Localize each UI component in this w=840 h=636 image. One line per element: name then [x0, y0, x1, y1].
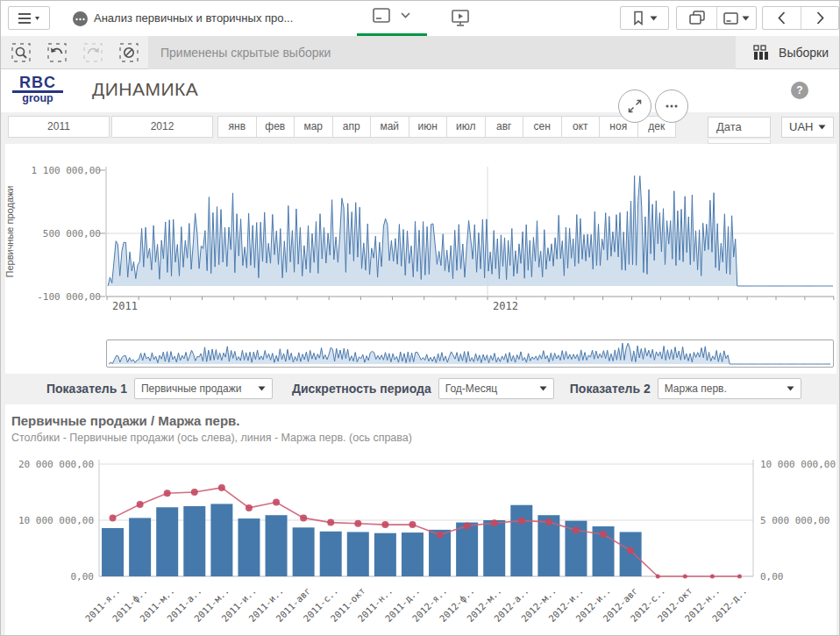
indicator1-label: Показатель 1 [46, 382, 127, 396]
selections-grid-icon [753, 45, 770, 61]
sheet-list-button[interactable] [716, 7, 756, 29]
logo-text-top: RBC [12, 75, 63, 93]
duplicate-sheet-button[interactable] [677, 7, 716, 29]
caret-down-icon [258, 386, 266, 391]
global-menu-button[interactable] [8, 6, 50, 30]
currency-dropdown[interactable]: UAH [781, 117, 834, 138]
svg-text:5 000 000,00: 5 000 000,00 [760, 515, 829, 526]
selections-tool-button[interactable]: Выборки [753, 36, 829, 69]
indicator1-dropdown[interactable]: Первичные продажи [134, 378, 273, 399]
month-filter-янв[interactable]: янв [217, 116, 257, 138]
month-filter-окт[interactable]: окт [561, 116, 601, 138]
svg-text:20 000 000,00: 20 000 000,00 [18, 459, 94, 470]
svg-text:-100 000,00: -100 000,00 [37, 291, 101, 303]
top-toolbar: Анализ первичных и вторичных про... [1, 1, 840, 37]
caret-down-icon [818, 125, 826, 130]
chart-more-options-button[interactable] [655, 89, 688, 123]
redo-selection-button[interactable] [83, 43, 103, 62]
app-title[interactable]: Анализ первичных и вторичных про... [94, 1, 293, 36]
help-button[interactable]: ? [791, 82, 808, 99]
month-filter-сен[interactable]: сен [523, 116, 562, 138]
month-filter-июн[interactable]: июн [409, 116, 448, 138]
selections-message: Применены скрытые выборки [160, 36, 736, 69]
svg-text:10 000 000,00: 10 000 000,00 [18, 515, 94, 526]
chevron-down-icon [401, 12, 410, 18]
date-filter-listbox[interactable]: Дата [708, 117, 771, 138]
next-sheet-button[interactable] [801, 7, 838, 29]
bookmark-icon [632, 11, 644, 25]
discreteness-dropdown[interactable]: Год-Месяц [438, 378, 554, 399]
svg-text:10 000 000,00: 10 000 000,00 [760, 459, 836, 470]
app-options-badge[interactable] [73, 11, 88, 26]
more-dots-icon [666, 104, 678, 108]
year-filter-2011[interactable]: 2011 [8, 116, 110, 138]
sheet-navigation-group [762, 6, 839, 30]
presentation-monitor-icon [452, 10, 469, 26]
bookmarks-button[interactable] [620, 6, 669, 30]
logo-text-bottom: group [12, 93, 63, 104]
selections-tool-label: Выборки [779, 46, 829, 60]
sheet-title: ДИНАМИКА [92, 79, 198, 100]
month-filter-мар[interactable]: мар [294, 116, 333, 138]
indicator2-value: Маржа перв. [665, 382, 727, 395]
duplicate-sheets-icon [689, 11, 705, 25]
month-filter-апр[interactable]: апр [332, 116, 372, 138]
sheet-tools-group [676, 6, 757, 30]
svg-text:2012: 2012 [493, 300, 518, 312]
fullscreen-arrows-icon [627, 98, 643, 114]
svg-text:Первичные продажи: Первичные продажи [4, 185, 15, 277]
sheet-header: RBC group ДИНАМИКА ? [1, 69, 840, 112]
currency-value: UAH [789, 118, 813, 137]
svg-text:500 000,00: 500 000,00 [43, 228, 101, 239]
svg-text:2011: 2011 [112, 300, 138, 312]
month-filter-июл[interactable]: июл [446, 116, 486, 138]
expand-chart-button[interactable] [618, 89, 651, 123]
discreteness-value: Год-Месяц [445, 382, 497, 395]
primary-sales-daily-chart[interactable]: Первичные продажи1 100 000,00500 000,00-… [1, 144, 840, 333]
month-filter-авг[interactable]: авг [485, 116, 524, 138]
filter-row: 2011 2012 янвфевмарапрмайиюниюлавгсенокт… [1, 116, 840, 144]
current-sheet-selector[interactable] [373, 8, 410, 23]
selections-bar: Применены скрытые выборки [148, 36, 736, 69]
measure-controls-row: Показатель 1 Первичные продажи Дискретно… [1, 377, 840, 399]
hamburger-icon [18, 12, 40, 25]
ellipsis-icon [75, 18, 85, 21]
clear-selections-button[interactable] [119, 43, 139, 62]
month-filter-фев[interactable]: фев [256, 116, 295, 138]
caret-down-icon [787, 386, 794, 391]
indicator1-value: Первичные продажи [141, 382, 242, 395]
combo-chart-title: Первичные продажи / Маржа перв. [11, 413, 240, 428]
combo-chart-subtitle: Столбики - Первичные продажи (ось слева)… [11, 432, 412, 444]
month-filter-strip: янвфевмарапрмайиюниюлавгсеноктноядек [218, 116, 676, 138]
rbc-group-logo: RBC group [12, 75, 63, 104]
selections-toolbar: Применены скрытые выборки Выборки [1, 36, 840, 69]
previous-sheet-button[interactable] [763, 7, 801, 29]
chevron-left-icon [778, 11, 786, 25]
undo-selection-button[interactable] [47, 43, 67, 62]
sheet-icon [723, 12, 738, 25]
svg-text:0,00: 0,00 [71, 571, 95, 582]
qlik-sense-app-window: { "toolbar": { "app_title": "Анализ перв… [0, 0, 840, 636]
indicator2-label: Показатель 2 [570, 382, 651, 396]
range-navigator-chart[interactable] [106, 339, 834, 368]
discreteness-label: Дискретность периода [292, 382, 431, 396]
combo-chart[interactable]: 20 000 000,0010 000 000,000,0010 000 000… [1, 444, 840, 636]
svg-text:1 100 000,00: 1 100 000,00 [32, 165, 101, 176]
month-filter-май[interactable]: май [370, 116, 409, 138]
year-filter-2012[interactable]: 2012 [111, 116, 213, 138]
svg-text:0,00: 0,00 [760, 571, 784, 582]
presentation-mode-button[interactable] [452, 10, 469, 30]
smart-search-button[interactable] [11, 43, 31, 62]
caret-down-icon [539, 386, 547, 391]
sheet-icon [373, 8, 390, 23]
caret-down-icon [650, 16, 658, 21]
caret-down-icon [742, 16, 750, 21]
chevron-right-icon [816, 11, 824, 25]
indicator2-dropdown[interactable]: Маржа перв. [658, 378, 801, 399]
